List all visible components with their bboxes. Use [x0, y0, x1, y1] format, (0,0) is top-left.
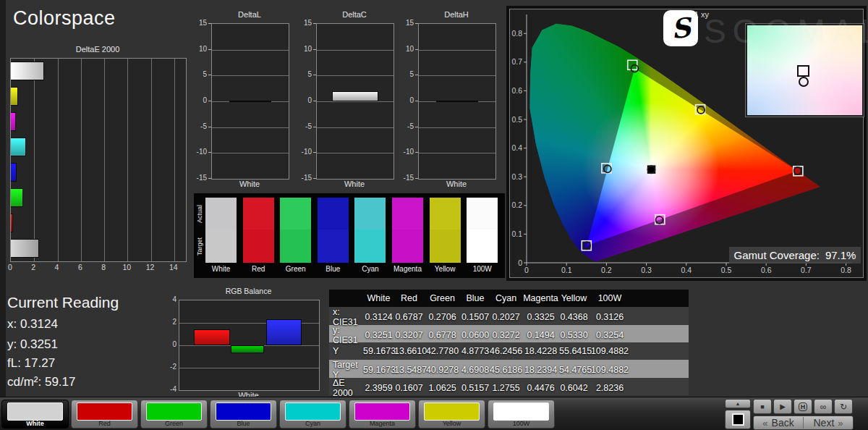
reading-x: x: 0.3124: [7, 317, 58, 332]
toolbar-swatch-yellow[interactable]: Yellow: [418, 400, 485, 429]
gridline: [212, 153, 289, 153]
toolbar-swatch-label: Cyan: [280, 420, 346, 427]
table-row: y: CIE310.32510.32070.67780.06000.32720.…: [329, 325, 689, 342]
y-tick: [208, 127, 211, 127]
gamut-coverage-badge: Gamut Coverage: 97.1%: [729, 247, 861, 264]
table-header-cell: Green: [424, 293, 461, 303]
target-swatch-blue: [318, 229, 349, 263]
deltae-bar-magenta: [11, 112, 16, 131]
cyan-swatch: [285, 402, 341, 421]
stop-button[interactable]: ■: [753, 399, 772, 414]
y-tick: [208, 75, 211, 75]
toolbar-swatch-white[interactable]: White: [1, 400, 69, 429]
y-tick-label: 10: [398, 45, 414, 53]
gridline: [34, 59, 35, 261]
toolbar-swatch-blue[interactable]: Blue: [210, 400, 277, 429]
back-button[interactable]: « Back: [754, 417, 804, 429]
table-cell: 46.2456: [490, 346, 522, 356]
table-cell: 59.1673: [363, 346, 394, 356]
loop-button[interactable]: ∞: [814, 399, 833, 414]
table-header-cell: Magenta: [522, 293, 559, 303]
cie-diagram-panel: 00.10.20.30.40.50.60.70.800.10.20.30.40.…: [506, 6, 867, 281]
table-cell: 2.3959: [363, 383, 394, 393]
gridline: [317, 101, 393, 102]
deltac-x-label: White: [316, 180, 393, 188]
target-swatch-magenta: [392, 229, 423, 263]
table-row: Y59.167313.661042.77804.877346.245618.42…: [329, 342, 689, 360]
table-row: x: CIE310.31240.67870.27060.15070.20270.…: [329, 307, 689, 324]
table-cell: 0.4476: [522, 383, 559, 393]
y-tick-label: 0.1: [511, 229, 522, 238]
y-tick: [313, 101, 316, 101]
y-tick-label: 5: [191, 70, 207, 78]
y-tick: [415, 127, 418, 127]
table-cell: 40.9278: [424, 365, 461, 375]
gridline: [419, 153, 495, 153]
toolbar-swatch-label: Green: [141, 420, 207, 427]
toolbar-swatch-100w[interactable]: 100W: [488, 400, 555, 429]
record-stop-icon: [732, 413, 744, 426]
next-button[interactable]: Next »: [804, 417, 853, 429]
x-tick-label: 0.6: [761, 266, 772, 274]
refresh-button[interactable]: ↻: [834, 399, 853, 414]
y-tick-label: 10: [191, 45, 207, 53]
deltae-bar-green: [11, 188, 23, 207]
gridline: [317, 127, 393, 128]
toolbar-swatch-green[interactable]: Green: [140, 400, 208, 429]
y-tick: [313, 49, 316, 50]
table-cell: 0.2027: [490, 312, 522, 322]
gridline: [419, 127, 495, 128]
actual-swatch-green: [280, 198, 311, 229]
table-cell: 0.3254: [589, 330, 631, 340]
toolbar-swatch-label: Magenta: [349, 420, 415, 427]
swatch-column-label: Blue: [318, 265, 349, 273]
table-cell: 0.3272: [490, 330, 522, 340]
bottom-toolbar: WhiteRedGreenBlueCyanMagentaYellow100W ▲…: [0, 397, 868, 430]
y-tick-label: 0.8: [511, 29, 522, 38]
y-tick-label: 0: [398, 96, 414, 104]
gamut-coverage-value: 97.1%: [825, 249, 856, 261]
x-tick-label: 0.8: [841, 266, 851, 274]
table-cell: 13.5487: [394, 365, 424, 375]
toolbar-swatch-magenta[interactable]: Magenta: [349, 400, 416, 429]
x-tick-label: 12: [146, 263, 155, 271]
deltah-chart-title: DeltaH: [418, 10, 495, 19]
gamut-coverage-label: Gamut Coverage:: [734, 249, 820, 261]
y-tick: [313, 127, 316, 127]
y-tick-label: 4: [167, 295, 176, 303]
y-tick-label: -15: [398, 174, 414, 182]
table-cell: 0.0600: [461, 330, 490, 340]
soomal-logo-icon: S: [663, 10, 698, 46]
gridline: [419, 50, 495, 51]
measurement-table: WhiteRedGreenBlueCyanMagentaYellow100Wx:…: [329, 290, 689, 395]
toolbar-swatch-red[interactable]: Red: [71, 400, 138, 429]
x-tick-label: 0: [524, 266, 529, 274]
y-tick-label: 0.2: [511, 201, 522, 209]
y-tick-label: 0: [296, 96, 312, 104]
toolbar-swatch-label: Yellow: [419, 420, 485, 427]
toolbar-swatch-label: Red: [72, 420, 137, 427]
eject-button[interactable]: ▲: [725, 399, 751, 408]
table-row: ΔE 20002.39590.16071.06250.51571.27550.4…: [329, 378, 689, 395]
red-swatch: [77, 402, 132, 421]
play-button[interactable]: ▶: [773, 399, 792, 414]
deltae-bar-cyan: [11, 138, 26, 156]
y-tick-label: -10: [398, 148, 414, 156]
gridline: [317, 153, 393, 153]
deltae2000-x-axis: 02468101214: [10, 263, 185, 273]
actual-swatch-magenta: [392, 198, 423, 229]
table-cell: 109.4882: [589, 346, 631, 356]
nav-button-group: « Back Next »: [753, 416, 854, 430]
table-cell: 0.6042: [559, 383, 589, 393]
save-preset-button[interactable]: H: [793, 399, 812, 414]
toolbar-swatch-cyan[interactable]: Cyan: [279, 400, 346, 429]
y-tick: [313, 75, 316, 75]
swatch-column-label: Red: [243, 265, 274, 273]
y-tick-label: 5: [296, 70, 312, 78]
inset-target-square-marker: [797, 65, 809, 77]
gridline: [212, 127, 289, 128]
h-badge-icon: H: [799, 402, 808, 411]
record-stop-button[interactable]: [725, 410, 751, 429]
deltae-bar-100w: [11, 62, 44, 80]
y-tick: [415, 101, 418, 101]
